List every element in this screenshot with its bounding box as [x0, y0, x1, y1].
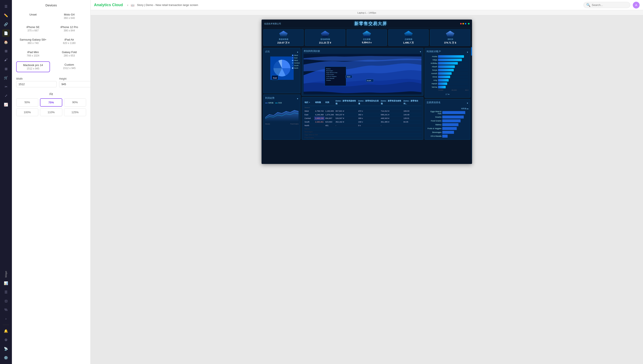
canvas-ruler: Laptop L - 1440px — [91, 10, 643, 15]
scrollbar-track — [471, 41, 472, 160]
col-sales: 销售额 — [314, 99, 324, 106]
fit-50[interactable]: 50% — [16, 98, 38, 106]
pie-legend-west2: West — [294, 60, 298, 61]
device-unset[interactable]: Unset — [16, 11, 50, 21]
height-label: Height — [59, 77, 91, 80]
fit-grid: 50% 75% 90% 100% 110% 125% — [16, 98, 86, 116]
dashboard-title: 新零售交易大屏 — [281, 21, 460, 26]
svg-text:Bakery: Bakery — [326, 68, 331, 70]
fit-section: Fit 50% 75% 90% 100% 110% 125% — [12, 90, 90, 120]
home-icon[interactable]: 🏠 — [2, 38, 10, 46]
device-ipad-mini[interactable]: iPad Mini 768 x 1024 — [16, 49, 50, 59]
edit-icon[interactable]: ✏️ — [2, 12, 10, 19]
hbar-amrish: Amrish — [426, 72, 469, 75]
hamburger-icon[interactable]: ☰ — [2, 2, 10, 10]
wifi-icon[interactable]: 📡 — [2, 345, 10, 352]
device-iphone-se[interactable]: iPhone SE 375 x 667 — [16, 24, 50, 34]
device-custom[interactable]: Custom 1512 x 945 — [53, 61, 86, 72]
bell-icon[interactable]: 🔔 — [2, 327, 10, 335]
device-moto-g4[interactable]: Moto G4 360 x 640 — [53, 11, 86, 21]
share-icon[interactable]: ⊞ — [2, 47, 10, 55]
pie-legend-central: Central — [294, 62, 300, 64]
device-iphone-12-pro[interactable]: iPhone 12 Pro 390 x 844 — [53, 24, 86, 34]
kpi-net-profit: 净利润 374.71 万 $ — [430, 29, 470, 46]
height-input[interactable] — [59, 81, 91, 87]
main-area: Analytics Cloud ‹ 📖 Story | Demo - New r… — [91, 0, 643, 364]
fit-110[interactable]: 110% — [40, 108, 62, 116]
fit-125[interactable]: 125% — [64, 108, 86, 116]
pie-chart-card: 占比 ▼ — [263, 48, 300, 93]
kpi-bread-sales: 面包销售额 211.23 万 ¥ — [305, 29, 345, 46]
cart-icon[interactable]: 🛒 — [2, 74, 10, 82]
category-comparison-card: 类别间利润比较 ▼ — [302, 48, 423, 96]
trend-legend-profit: 利润 — [278, 102, 282, 104]
sliders-icon[interactable]: ⚙ — [2, 336, 10, 344]
svg-text:Oil & Masala: Oil & Masala — [326, 78, 334, 79]
tools-icon[interactable]: ✂ — [2, 83, 10, 90]
height-input-group: Height — [59, 77, 91, 87]
sbar-bakery: Bakery — [426, 123, 469, 126]
device-samsung-galaxy[interactable]: Samsung Galaxy S8+ 360 x 740 — [16, 36, 50, 46]
col-fruit-sales: Demo - 新零售果蔬销售额 — [335, 99, 357, 106]
fit-100[interactable]: 100% — [16, 108, 38, 116]
device-macbook-pro[interactable]: Macbook pro 14 1512 x 945 — [16, 61, 50, 72]
table-row-bakery: Bakery — [304, 128, 421, 130]
width-input[interactable] — [16, 81, 57, 87]
bar-chart-icon[interactable]: 📊 — [2, 279, 10, 287]
col-bread-vol: Demo - 新零售面包交易量 — [357, 99, 380, 106]
kpi-total-transactions: 总交易量 9,994.0 v — [347, 29, 387, 46]
avatar: A — [633, 2, 639, 8]
sidebar-panel: Devices Unset Moto G4 360 x 640 iPhone S… — [12, 0, 91, 364]
svg-text:South: South — [367, 80, 371, 82]
cell-south-bread-vol: 240 v — [357, 120, 380, 124]
cell-central-region: Central — [304, 116, 314, 120]
cell-central-profit: 856,807 — [324, 116, 335, 120]
brush-icon[interactable]: 🖌 — [2, 56, 10, 64]
table-row-east[interactable]: East 4,248,368 1,074,346 564,237 ¥ 392 v… — [304, 113, 421, 116]
table-row-central[interactable]: Central 3,468,156 856,807 526,507 ¥ 309 … — [304, 116, 421, 120]
fit-75[interactable]: 75% — [40, 98, 62, 106]
chevron-right-icon[interactable]: › — [2, 315, 10, 322]
cell-south-fruit: 352,162 ¥ — [335, 120, 357, 124]
table-row-fruits: Fruits & Veggies — [304, 139, 421, 140]
svg-text:Beverages: Beverages — [326, 70, 333, 72]
trend-legend-sales: 销售额 — [268, 102, 274, 104]
cell-north-fruit: - — [335, 124, 357, 128]
settings-icon[interactable]: ⚙️ — [2, 354, 10, 362]
device-ipad-air[interactable]: iPad Air 820 x 1180 — [53, 36, 86, 46]
cell-west-bread-vol: 472 v — [357, 109, 380, 113]
canvas-label: Laptop L - 1440px — [357, 12, 376, 14]
toggle-icon[interactable]: ⊡ — [2, 297, 10, 305]
table-row-north[interactable]: North 401 - 0 v - — [304, 124, 421, 128]
hbar-harish: Harish — [426, 82, 469, 85]
expand-icon[interactable]: ⤢ — [2, 92, 10, 100]
sales-legend: 销售额 ▬ — [461, 108, 469, 110]
cell-east-fruit: 564,237 ¥ — [335, 113, 357, 116]
percent-icon[interactable]: % — [2, 306, 10, 314]
cell-north-bev — [403, 124, 422, 128]
file-icon[interactable]: 📄 — [2, 29, 10, 37]
sbar-eggs: Eggs Meat & Fish — [426, 110, 469, 115]
search-input[interactable] — [592, 4, 627, 6]
svg-text:Fruits & Veggies: Fruits & Veggies — [326, 76, 336, 77]
list-icon[interactable]: ☰ — [2, 288, 10, 296]
link-icon[interactable]: 🔗 — [2, 20, 10, 28]
hbar-amy: Amy — [426, 79, 469, 82]
table-row-beverages: Beverages — [304, 130, 421, 133]
canvas-content: 信息技术有限公司 新零售交易大屏 果蔬销售额 — [91, 15, 643, 364]
table-row-south[interactable]: South 2,440,461 623,563 352,162 ¥ 240 v … — [304, 120, 421, 124]
search-box[interactable]: 🔍 — [583, 2, 630, 8]
top10-title: 利润前10客户 — [426, 50, 441, 53]
category-ranking-title: 交易类别排名 — [426, 101, 441, 104]
cell-west-profit: 1,192,005 — [324, 109, 335, 113]
fit-90[interactable]: 90% — [64, 98, 86, 106]
device-galaxy-fold[interactable]: Galaxy Fold 280 x 653 — [53, 49, 86, 59]
back-arrow[interactable]: ‹ — [127, 3, 128, 7]
wave-chart-svg: Bakery Beverages Eggs Meat & Fish Food G… — [304, 54, 421, 94]
canvas-area[interactable]: Laptop L - 1440px 信息技术有限公司 新零售交易大屏 — [91, 10, 643, 364]
device-grid: Unset Moto G4 360 x 640 iPhone SE 375 x … — [12, 9, 90, 75]
grid-icon[interactable]: ⊞ — [2, 65, 10, 73]
width-input-group: Width — [16, 77, 57, 87]
table-row-west[interactable]: West 4,798,743 1,192,005 657,821 ¥ 472 v… — [304, 109, 421, 113]
chart-icon[interactable]: 📈 — [2, 101, 10, 108]
